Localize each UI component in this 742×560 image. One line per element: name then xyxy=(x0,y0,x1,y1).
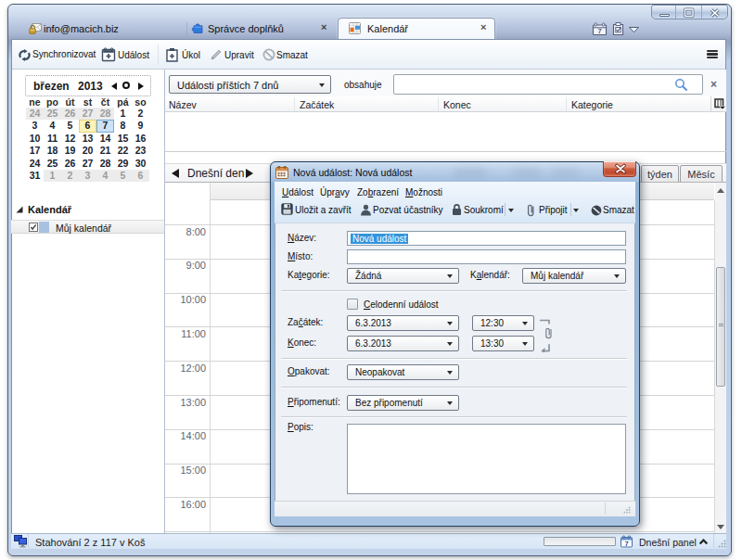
svg-text:7: 7 xyxy=(624,540,628,548)
svg-text:7: 7 xyxy=(597,27,601,35)
